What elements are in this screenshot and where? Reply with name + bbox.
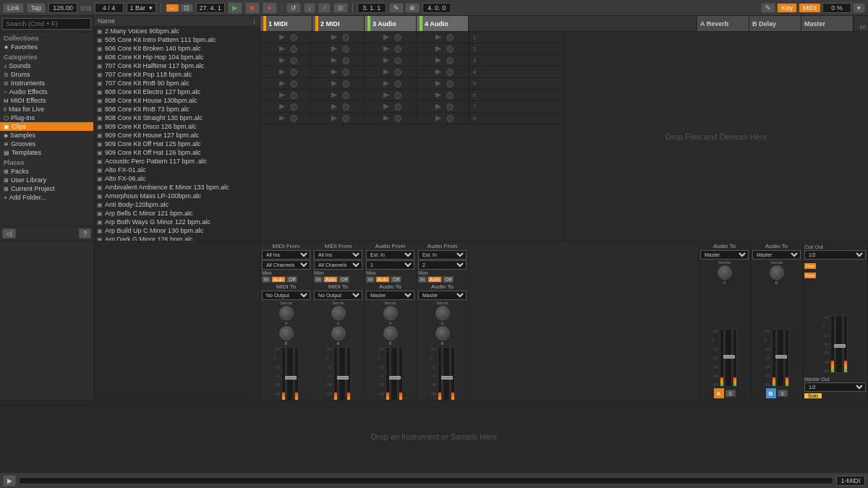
return-a-send-knob[interactable] [718, 265, 732, 280]
sidebar-item-packs[interactable]: ⊞ Packs [0, 167, 93, 176]
clip-trigger-5-0[interactable] [290, 92, 297, 99]
file-item[interactable]: ▣Alto FX-06.alc [94, 174, 260, 183]
master-post-btn[interactable]: Post [804, 263, 816, 269]
arrangement-view-btn[interactable]: → [166, 4, 179, 12]
status-track-label[interactable]: 1-MIDI [836, 476, 865, 486]
return-a-fader-knob[interactable] [723, 355, 735, 359]
clip-trigger-1-2[interactable] [394, 46, 401, 53]
clip-trigger-2-0[interactable] [290, 57, 297, 64]
bpm-display[interactable]: 126.00 [48, 3, 77, 13]
clip-trigger-7-0[interactable] [290, 115, 297, 122]
clip-trigger-0-0[interactable] [290, 34, 297, 41]
scene-play-btn-3[interactable] [435, 69, 441, 75]
time-sig-display[interactable]: 4 / 4 [95, 3, 124, 13]
status-play-btn[interactable]: ▶ [3, 475, 16, 487]
sidebar-item-user-library[interactable]: ⊞ User Library [0, 176, 93, 184]
master-post-btn2[interactable]: Post [804, 273, 816, 278]
scene-play-btn-5[interactable] [435, 93, 441, 98]
punch-out-btn[interactable]: ↑ [318, 3, 331, 13]
channel1-midi-from-select[interactable]: All Ins [262, 250, 310, 260]
master-out-select[interactable]: 1/2 [804, 382, 866, 392]
scene-play-btn-6[interactable] [331, 104, 337, 110]
scene-play-btn-4[interactable] [331, 81, 337, 87]
channel3-fader-knob[interactable] [389, 376, 401, 380]
scene-play-btn-5[interactable] [383, 93, 389, 98]
channel2-all-channels-select[interactable]: All Channels [314, 260, 362, 270]
scene-play-btn-1[interactable] [435, 46, 441, 52]
file-item[interactable]: ▣909 Core Kit Off Hat 126 bpm.alc [94, 148, 260, 157]
channel3-send-a-knob[interactable] [383, 306, 398, 320]
scene-play-btn-1[interactable] [383, 46, 389, 52]
scene-play-btn-0[interactable] [435, 35, 441, 40]
scene-play-btn-4[interactable] [279, 81, 285, 87]
channel2-monitor-off[interactable]: Off [339, 276, 349, 283]
file-item[interactable]: ▣606 Core Kit Broken 140 bpm.alc [94, 44, 260, 53]
channel4-monitor-in[interactable]: In [418, 276, 427, 283]
search-input[interactable] [2, 18, 91, 30]
master-fader-track[interactable] [835, 315, 843, 373]
stop-button[interactable]: ■ [245, 2, 260, 14]
sidebar-item-add-folder[interactable]: + Add Folder... [0, 193, 93, 202]
clip-trigger-6-0[interactable] [290, 103, 297, 111]
sidebar-item-midi-effects[interactable]: M MIDI Effects [0, 96, 93, 105]
sidebar-bottom-left-btn[interactable]: ◁ [2, 228, 16, 239]
clip-trigger-1-0[interactable] [290, 46, 297, 53]
clip-trigger-2-2[interactable] [394, 57, 401, 64]
clip-trigger-4-0[interactable] [290, 80, 297, 87]
scene-play-btn-4[interactable] [435, 81, 441, 87]
scene-play-btn-6[interactable] [279, 104, 285, 110]
link-button[interactable]: Link [3, 3, 24, 13]
channel2-midi-to-select[interactable]: No Output [314, 291, 362, 300]
clip-trigger-6-1[interactable] [342, 103, 349, 111]
scene-play-btn-2[interactable] [331, 58, 337, 64]
channel2-fader-knob[interactable] [337, 376, 349, 380]
scene-play-btn-6[interactable] [435, 104, 441, 110]
record-button[interactable]: ● [263, 2, 277, 14]
click-btn[interactable]: ⊙ [333, 3, 348, 13]
channel3-fader-track[interactable] [391, 347, 398, 400]
sidebar-item-samples[interactable]: ◈ Samples [0, 131, 93, 140]
follow-btn[interactable]: ⊕ [405, 3, 420, 13]
return-b-audio-to-select[interactable]: Master [752, 250, 801, 260]
channel3-send-b-knob[interactable] [383, 326, 398, 341]
master-fader-knob[interactable] [834, 344, 846, 348]
scene-play-btn-1[interactable] [331, 46, 337, 52]
channel4-monitor-auto[interactable]: Auto [427, 276, 442, 283]
clip-trigger-3-1[interactable] [342, 69, 349, 76]
return-b-fader-track[interactable] [777, 329, 784, 387]
return-b-fader-knob[interactable] [775, 355, 787, 359]
channel1-monitor-in[interactable]: In [262, 276, 271, 283]
clip-trigger-5-2[interactable] [394, 92, 401, 99]
scene-play-btn-2[interactable] [435, 58, 441, 64]
clip-trigger-7-3[interactable] [446, 115, 454, 122]
file-item[interactable]: ▣Arp Bells C Minor 121 bpm.alc [94, 209, 260, 218]
clip-trigger-0-3[interactable] [446, 34, 454, 41]
time-display[interactable]: 4. 0. 0 [422, 3, 451, 13]
channel3-audio-from-select[interactable]: Ext. In [366, 250, 414, 260]
channel1-fader-track[interactable] [286, 347, 294, 400]
position-display[interactable]: 27. 4. 1 [196, 3, 225, 13]
clip-trigger-1-3[interactable] [446, 46, 454, 53]
channel4-monitor-off[interactable]: Off [443, 276, 454, 283]
scene-play-btn-5[interactable] [279, 93, 285, 98]
scene-play-btn-3[interactable] [279, 69, 285, 75]
file-item[interactable]: ▣707 Core Kit RnB 90 bpm.alc [94, 79, 260, 87]
channel4-audio-to-select[interactable]: Master [418, 291, 467, 300]
channel4-audio-from-select[interactable]: Ext. In [418, 250, 467, 260]
file-item[interactable]: ▣707 Core Kit Pop 118 bpm.alc [94, 70, 260, 79]
channel3-monitor-auto[interactable]: Auto [375, 276, 390, 283]
file-item[interactable]: ▣505 Core Kit Intro Pattern 111 bpm.alc [94, 35, 260, 44]
sidebar-item-templates[interactable]: ▤ Templates [0, 148, 93, 157]
sort-icon[interactable]: ↓ [253, 17, 257, 25]
key-label[interactable]: Key [777, 3, 797, 13]
loop-display[interactable]: 1 Bar ▾ [127, 3, 156, 13]
scene-play-btn-5[interactable] [331, 93, 337, 98]
draw-btn[interactable]: ✎ [389, 3, 404, 13]
file-item[interactable]: ▣2 Many Voices 90bpm.alc [94, 27, 260, 35]
sidebar-item-sounds[interactable]: ♪ Sounds [0, 61, 93, 70]
scene-play-btn-0[interactable] [279, 35, 285, 40]
channel1-send-a-knob[interactable] [279, 306, 294, 320]
channel1-all-channels-select[interactable]: All Channels [262, 260, 310, 270]
clip-trigger-5-1[interactable] [342, 92, 349, 99]
file-item[interactable]: ▣Arp Build Up C Minor 130 bpm.alc [94, 226, 260, 235]
